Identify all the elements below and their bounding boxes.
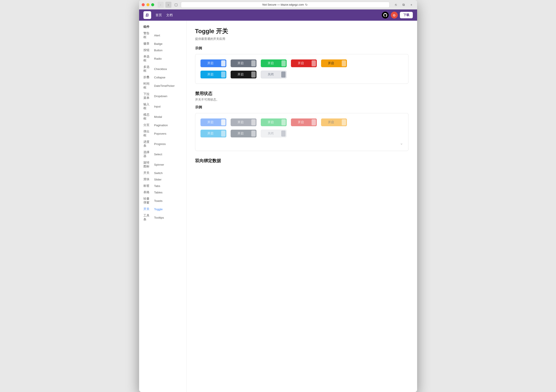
- browser-window: ‹ › ▢ Not Secure — blazor.sdgxgz.com ↻ ⎋…: [139, 0, 417, 392]
- sidebar-item-toggle[interactable]: 开关 Toggle: [139, 206, 186, 212]
- toggle-red-thumb: [312, 60, 316, 66]
- sidebar-item-select[interactable]: 选择器 Select: [139, 149, 186, 159]
- sidebar-item-pagination[interactable]: 分页 Pagination: [139, 122, 186, 128]
- toggle-off-label: 关闭: [261, 71, 280, 78]
- sidebar-en-pagination: Pagination: [154, 124, 168, 127]
- sidebar-zh-toasts: 轻量弹窗: [143, 197, 152, 205]
- sidebar-item-modal[interactable]: 模态框 Modal: [139, 112, 186, 122]
- toggle-row-2: 开启 开启: [201, 71, 403, 78]
- disabled-toggle-row-2: 开启 开启 关闭: [201, 130, 403, 137]
- sidebar-item-checkbox[interactable]: 多选框 Checkbox: [139, 64, 186, 74]
- toggle-green-label: 开启: [261, 59, 281, 67]
- sidebar-zh-radio: 单选框: [143, 55, 152, 63]
- toggle-blue-handle: [220, 59, 226, 67]
- sidebar-zh-modal: 模态框: [143, 113, 152, 121]
- maximize-button[interactable]: [151, 3, 154, 6]
- sidebar-item-dropdown[interactable]: 下拉菜单 Dropdown: [139, 91, 186, 101]
- sidebar-zh-datetimepicker: 时间框: [143, 82, 152, 90]
- toggle-teal-on[interactable]: 开启: [201, 71, 226, 78]
- toggle-disabled-teal-label: 开启: [201, 130, 220, 137]
- toggle-disabled-yellow-thumb: [342, 119, 346, 125]
- sidebar-en-checkbox: Checkbox: [154, 67, 167, 71]
- toggle-yellow-label: 开启: [321, 59, 341, 67]
- sidebar-en-badge: Badge: [154, 42, 162, 46]
- sidebar-zh-badge: 徽章: [143, 42, 152, 46]
- nav-docs[interactable]: 文档: [166, 13, 173, 17]
- refresh-button[interactable]: ↻: [305, 3, 308, 7]
- toggle-yellow-on[interactable]: 开启: [321, 59, 347, 67]
- sidebar-en-slider: Slider: [154, 178, 162, 181]
- chevron-down-icon: ⌄: [400, 141, 403, 146]
- toggle-red-on[interactable]: 开启: [291, 59, 317, 67]
- demo-box-2: 开启 开启 开启: [195, 113, 409, 151]
- toggle-blue-on[interactable]: 开启: [201, 59, 226, 67]
- toggle-disabled-gray-dark-thumb: [251, 131, 256, 137]
- sidebar-item-tabs[interactable]: 标签 Tabs: [139, 183, 186, 189]
- sidebar-item-button[interactable]: 按钮 Button: [139, 47, 186, 53]
- nav-home[interactable]: 首页: [155, 13, 162, 17]
- url-text: Not Secure — blazor.sdgxgz.com: [263, 3, 304, 6]
- toggle-red-handle: [311, 59, 317, 67]
- toggle-disabled-green: 开启: [261, 118, 287, 126]
- toggle-disabled-yellow: 开启: [321, 118, 347, 126]
- toggle-disabled-gray-handle: [250, 118, 256, 126]
- sidebar-en-switch: Switch: [154, 172, 163, 175]
- sidebar-en-alert: Alert: [154, 34, 160, 37]
- sidebar-item-slider[interactable]: 滑块 Slider: [139, 176, 186, 183]
- toggle-off[interactable]: 关闭: [261, 71, 287, 78]
- share-button[interactable]: ⎋: [393, 2, 399, 8]
- forward-button[interactable]: ›: [165, 2, 171, 8]
- sidebar-en-tables: Tables: [154, 191, 162, 194]
- app-logo[interactable]: B: [143, 11, 151, 19]
- toggle-gray-label: 开启: [231, 59, 250, 67]
- sidebar-item-progress[interactable]: 进度条 Progress: [139, 139, 186, 149]
- page-subtitle: 提供最普通的开关应用: [195, 37, 409, 41]
- close-button[interactable]: [142, 3, 145, 6]
- toggle-green-on[interactable]: 开启: [261, 59, 287, 67]
- sidebar-zh-slider: 滑块: [143, 178, 152, 181]
- sidebar-en-select: Select: [154, 153, 162, 156]
- minimize-button[interactable]: [147, 3, 149, 6]
- toggle-row-1: 开启 开启: [201, 59, 403, 67]
- toggle-gray-on[interactable]: 开启: [231, 59, 256, 67]
- sidebar-zh-dropdown: 下拉菜单: [143, 92, 152, 100]
- sidebar-item-tables[interactable]: 表格 Tables: [139, 189, 186, 196]
- browser-titlebar: ‹ › ▢ Not Secure — blazor.sdgxgz.com ↻ ⎋…: [139, 0, 417, 9]
- sidebar-item-tooltips[interactable]: 工具条 Tooltips: [139, 212, 186, 223]
- sidebar-item-collapse[interactable]: 折叠 Collapse: [139, 74, 186, 80]
- toggle-black-on[interactable]: 开启: [231, 71, 256, 78]
- sidebar-item-alert[interactable]: 警告框 Alert: [139, 30, 186, 40]
- download-button[interactable]: 下载: [400, 12, 413, 18]
- toggle-disabled-green-handle: [281, 118, 287, 126]
- toggle-off-thumb: [281, 71, 286, 78]
- demo-box-1: 开启 开启: [195, 54, 409, 84]
- sidebar-toggle-button[interactable]: ▢: [173, 2, 179, 8]
- toggle-disabled-gray-dark-handle: [250, 130, 256, 137]
- sidebar-item-switch[interactable]: 开关 Switch: [139, 170, 186, 176]
- sidebar-en-input: Input: [154, 105, 161, 108]
- sidebar-item-radio[interactable]: 单选框 Radio: [139, 53, 186, 64]
- new-tab-button[interactable]: ⧉: [401, 2, 407, 8]
- toggle-black-thumb: [251, 71, 256, 78]
- sidebar-item-spinner[interactable]: 旋转图标 Spinner: [139, 159, 186, 170]
- github-icon[interactable]: [382, 12, 389, 18]
- sidebar-en-toggle: Toggle: [154, 208, 163, 211]
- sidebar-en-popovers: Popovers: [154, 132, 166, 135]
- sidebar-en-dropdown: Dropdown: [154, 94, 168, 98]
- sidebar-item-toasts[interactable]: 轻量弹窗 Toasts: [139, 196, 186, 206]
- add-button[interactable]: +: [409, 2, 415, 8]
- sidebar-item-badge[interactable]: 徽章 Badge: [139, 40, 186, 47]
- sidebar-en-progress: Progress: [154, 142, 166, 146]
- sidebar-en-tooltips: Tooltips: [154, 216, 164, 219]
- sidebar-zh-progress: 进度条: [143, 140, 152, 148]
- back-button[interactable]: ‹: [158, 2, 164, 8]
- sidebar-item-datetimepicker[interactable]: 时间框 DateTimePicker: [139, 80, 186, 91]
- sidebar-item-input[interactable]: 输入框 Input: [139, 101, 186, 112]
- sidebar-zh-input: 输入框: [143, 102, 152, 110]
- sidebar-en-modal: Modal: [154, 115, 162, 118]
- sidebar-item-popovers[interactable]: 弹出框 Popovers: [139, 128, 186, 139]
- user-avatar[interactable]: G: [391, 12, 398, 18]
- toggle-disabled-off-label: 关闭: [261, 130, 280, 137]
- address-bar[interactable]: Not Secure — blazor.sdgxgz.com ↻: [181, 2, 390, 8]
- sidebar-zh-switch: 开关: [143, 171, 152, 175]
